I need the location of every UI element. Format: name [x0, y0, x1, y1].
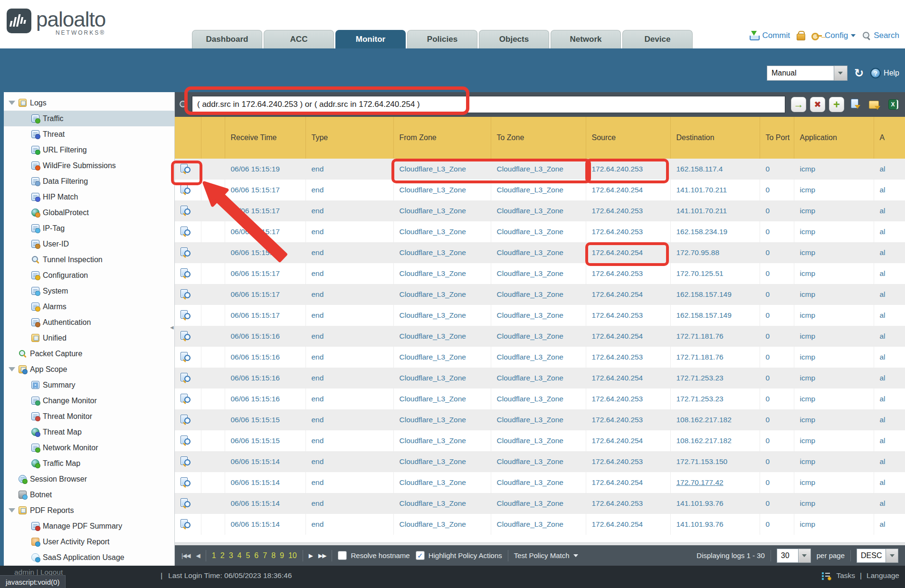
sidebar-item[interactable]: Threat [4, 126, 174, 142]
log-cell-destination[interactable]: 172.70.95.88 [676, 248, 720, 256]
sidebar-item[interactable]: Packet Capture [4, 346, 174, 361]
log-detail-magnifier-icon[interactable] [181, 227, 191, 236]
log-table-row[interactable]: 06/06 15:15:19 end Cloudflare_L3_Zone Cl… [175, 159, 905, 180]
sidebar-item[interactable]: Traffic [4, 111, 174, 126]
apply-filter-button[interactable]: → [791, 97, 806, 112]
log-detail-magnifier-icon[interactable] [181, 247, 191, 256]
refresh-mode-value[interactable]: Manual [767, 66, 834, 81]
tasks-link[interactable]: Tasks [836, 571, 855, 580]
log-cell-destination[interactable]: 141.101.93.76 [676, 499, 724, 507]
column-header-application[interactable]: Application [794, 117, 874, 159]
log-cell-destination[interactable]: 172.71.181.76 [676, 332, 724, 340]
log-filter-input[interactable] [192, 96, 785, 113]
log-detail-magnifier-icon[interactable] [181, 164, 191, 173]
log-detail-magnifier-icon[interactable] [181, 373, 191, 382]
nav-tab[interactable]: Monitor [335, 30, 406, 48]
load-filter-button[interactable] [867, 97, 882, 112]
log-detail-magnifier-icon[interactable] [181, 456, 191, 465]
sidebar-item[interactable]: App Scope [4, 361, 174, 377]
page-number-link[interactable]: 9 [280, 551, 284, 560]
log-cell-destination[interactable]: 172.71.181.76 [676, 353, 724, 361]
first-page-button[interactable]: |◀◀ [181, 552, 191, 559]
log-table-row[interactable]: 06/06 15:15:15 end Cloudflare_L3_Zone Cl… [175, 430, 905, 451]
per-page-value[interactable]: 30 [777, 549, 799, 563]
log-detail-magnifier-icon[interactable] [181, 415, 191, 424]
log-detail-magnifier-icon[interactable] [181, 289, 191, 298]
sidebar-item[interactable]: WildFire Submissions [4, 158, 174, 173]
log-cell-destination[interactable]: 108.162.217.182 [676, 416, 732, 424]
nav-tab[interactable]: Policies [407, 30, 477, 48]
log-detail-magnifier-icon[interactable] [181, 206, 191, 215]
log-table-row[interactable]: 06/06 15:15:17 end Cloudflare_L3_Zone Cl… [175, 180, 905, 200]
export-logs-button[interactable]: X [886, 97, 901, 112]
column-header-action[interactable]: A [874, 117, 905, 159]
log-detail-magnifier-icon[interactable] [181, 352, 191, 361]
help-button[interactable]: ? Help [870, 68, 899, 78]
sidebar-item[interactable]: User Activity Report [4, 534, 174, 550]
log-cell-destination[interactable]: 108.162.217.182 [676, 436, 732, 445]
log-detail-magnifier-icon[interactable] [181, 394, 191, 403]
log-table-row[interactable]: 06/06 15:15:17 end Cloudflare_L3_Zone Cl… [175, 221, 905, 242]
column-header-to-zone[interactable]: To Zone [491, 117, 586, 159]
sidebar-item[interactable]: Session Browser [4, 471, 174, 487]
log-cell-destination[interactable]: 172.71.253.23 [676, 395, 724, 403]
column-header-destination[interactable]: Destination [670, 117, 760, 159]
sidebar-item[interactable]: Data Filtering [4, 173, 174, 189]
sidebar-item[interactable]: Tunnel Inspection [4, 252, 174, 267]
log-cell-destination[interactable]: 172.70.125.51 [676, 269, 724, 277]
refresh-mode-select[interactable]: Manual [767, 66, 848, 81]
sidebar-item[interactable]: Change Monitor [4, 393, 174, 408]
page-number-link[interactable]: 3 [229, 551, 233, 560]
log-cell-destination[interactable]: 141.101.70.211 [676, 186, 727, 194]
prev-page-button[interactable]: ◀ [196, 552, 200, 559]
sidebar-item[interactable]: Botnet [4, 487, 174, 503]
log-detail-magnifier-icon[interactable] [181, 268, 191, 277]
page-number-link[interactable]: 4 [238, 551, 242, 560]
log-cell-destination[interactable]: 172.71.253.23 [676, 374, 724, 382]
log-detail-magnifier-icon[interactable] [181, 310, 191, 319]
log-detail-magnifier-icon[interactable] [181, 519, 191, 528]
last-page-button[interactable]: ▶▶ [318, 552, 326, 559]
log-cell-destination[interactable]: 162.158.157.149 [676, 311, 732, 319]
log-cell-destination[interactable]: 172.70.177.42 [676, 478, 724, 486]
lock-icon[interactable] [797, 31, 805, 40]
log-table-row[interactable]: 06/06 15:15:17 end Cloudflare_L3_Zone Cl… [175, 263, 905, 284]
sidebar-item[interactable]: IP-Tag [4, 220, 174, 236]
config-menu-button[interactable]: Config [811, 31, 856, 40]
sort-order-select[interactable]: DESC [857, 549, 898, 563]
log-table-row[interactable]: 06/06 15:15:14 end Cloudflare_L3_Zone Cl… [175, 493, 905, 514]
refresh-mode-dropdown-button[interactable] [834, 66, 848, 81]
log-cell-destination[interactable]: 141.101.93.76 [676, 520, 724, 528]
sidebar-item[interactable]: HIP Match [4, 189, 174, 205]
log-table-row[interactable]: 06/06 15:15:17 end Cloudflare_L3_Zone Cl… [175, 242, 905, 263]
log-table-row[interactable]: 06/06 15:15:16 end Cloudflare_L3_Zone Cl… [175, 368, 905, 389]
log-table-row[interactable]: 06/06 15:15:17 end Cloudflare_L3_Zone Cl… [175, 284, 905, 305]
next-page-button[interactable]: ▶ [309, 552, 313, 559]
log-detail-magnifier-icon[interactable] [181, 185, 191, 194]
log-table-row[interactable]: 06/06 15:15:16 end Cloudflare_L3_Zone Cl… [175, 389, 905, 409]
test-policy-match-button[interactable]: Test Policy Match [514, 551, 578, 560]
tree-expander-icon[interactable] [9, 508, 15, 512]
sidebar-item[interactable]: GlobalProtect [4, 205, 174, 220]
sidebar-item[interactable]: System [4, 283, 174, 299]
sidebar-item[interactable]: PDF Reports [4, 503, 174, 518]
sidebar-item[interactable]: Manage PDF Summary [4, 518, 174, 534]
sidebar-item[interactable]: Summary [4, 377, 174, 393]
column-header-type[interactable]: Type [305, 117, 393, 159]
sidebar-item[interactable]: SaaS Application Usage [4, 550, 174, 565]
log-table-row[interactable]: 06/06 15:15:16 end Cloudflare_L3_Zone Cl… [175, 326, 905, 347]
search-button[interactable]: Search [862, 31, 899, 40]
sidebar-item[interactable]: Threat Map [4, 424, 174, 440]
resolve-hostname-checkbox[interactable] [338, 551, 347, 560]
nav-tab[interactable]: ACC [264, 30, 334, 48]
sidebar-item[interactable]: Logs [4, 95, 174, 111]
column-header-from-zone[interactable]: From Zone [393, 117, 491, 159]
log-cell-destination[interactable]: 162.158.157.149 [676, 290, 732, 298]
commit-button[interactable]: Commit [749, 30, 790, 41]
tree-expander-icon[interactable] [9, 367, 15, 371]
log-detail-magnifier-icon[interactable] [181, 477, 191, 486]
column-header-source[interactable]: Source [586, 117, 670, 159]
page-number-link[interactable]: 7 [263, 551, 267, 560]
log-cell-destination[interactable]: 162.158.117.4 [676, 165, 723, 173]
sidebar-item[interactable]: User-ID [4, 236, 174, 252]
